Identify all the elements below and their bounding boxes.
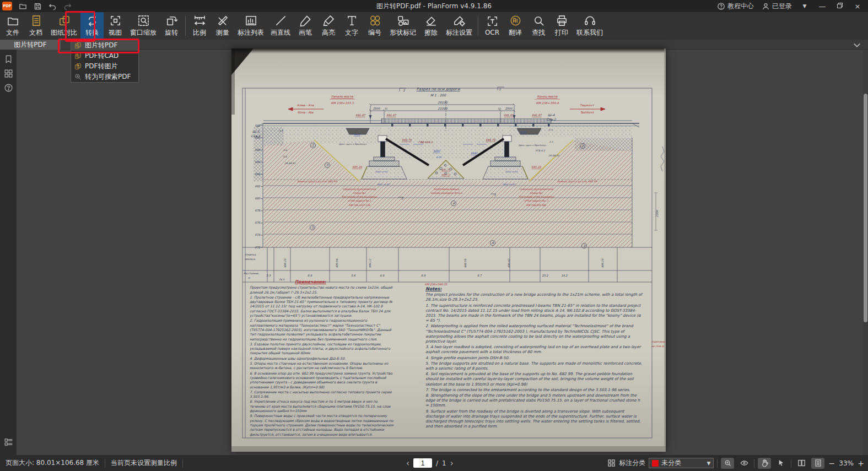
thumbnails-icon[interactable]	[4, 69, 13, 78]
page-number-input[interactable]	[413, 458, 432, 468]
menu-item-pdf-to-image[interactable]: PDF转图片	[71, 61, 138, 72]
drawing-text: 3400/ sin 65	[505, 171, 518, 173]
open-file-icon[interactable]	[19, 2, 27, 10]
circled-number-text: 4	[492, 241, 494, 245]
continuous-scroll-button[interactable]	[811, 458, 824, 469]
tutorial-center-button[interactable]: 教程中心	[717, 2, 754, 11]
circled-number-text: 3	[311, 226, 314, 229]
zoom-select-button[interactable]	[721, 458, 734, 469]
help-icon[interactable]	[4, 83, 13, 93]
note-paragraph-en: 5. The bridge supports are strutted on a…	[425, 361, 643, 371]
pdf-to-image-icon	[74, 63, 82, 70]
drawing-text: 690.12	[369, 258, 371, 268]
window-minimize-button[interactable]: —	[817, 2, 827, 10]
image-to-pdf-icon	[74, 42, 82, 49]
dropdown-caret-icon[interactable]: ▼	[800, 3, 810, 9]
scrollbar-thumb[interactable]	[864, 94, 867, 322]
note-paragraph-ru: 8. Укрепление откоса конуса под мостом и…	[250, 399, 394, 413]
toolbar-button-translate[interactable]: 翻译	[504, 12, 527, 40]
vertical-scrollbar[interactable]	[863, 50, 868, 455]
drawing-text: Ш-3	[252, 129, 260, 133]
toolbar-button-scale[interactable]: 比例	[188, 12, 211, 40]
document-viewer[interactable]: Разрез по оси дорогиМ 1 : 20026100250055…	[17, 50, 868, 455]
toolbar-button-rotate[interactable]: 旋转	[160, 12, 183, 40]
toolbar-button-search[interactable]: 查找	[527, 12, 550, 40]
facing-pages-button[interactable]	[795, 458, 808, 469]
window-restore-button[interactable]	[835, 2, 845, 10]
toolbar-button-print[interactable]: 打印	[550, 12, 573, 40]
drawing-text: 4000	[354, 133, 361, 136]
menu-item-image-to-pdf[interactable]: 图片转PDF	[71, 40, 138, 51]
drawing-text: 4.00	[436, 156, 442, 159]
drawing-text: 686.55	[464, 258, 467, 268]
window-close-button[interactable]: ×	[853, 2, 862, 10]
chevron-down-icon[interactable]	[853, 41, 861, 48]
toolbar-button-pen[interactable]: 画笔	[294, 12, 317, 40]
toolbar-button-contact[interactable]: 联系我们	[573, 12, 606, 40]
zoom-out-button[interactable]: −	[828, 459, 835, 468]
save-icon[interactable]	[34, 2, 42, 10]
drawing-text: 9600/ sin 65°	[503, 183, 516, 186]
drawing-text: опоры №1	[353, 192, 365, 194]
toolbar-button-shapes[interactable]: 形状标记	[386, 12, 419, 40]
drawing-text: 2	[403, 89, 405, 92]
undo-icon[interactable]	[48, 2, 57, 10]
note-paragraph-ru: 6. В основании опор до отм. 682.99 преду…	[250, 371, 394, 389]
toolbar-button-highlight[interactable]: 高亮	[317, 12, 340, 40]
prev-page-button[interactable]: ‹	[406, 458, 409, 468]
drawing-text: 2500	[505, 107, 513, 110]
toolbar-button-convert[interactable]: 转换	[80, 12, 104, 40]
tab-image-to-pdf[interactable]: 图片转PDF	[0, 40, 61, 50]
toolbar-button-text[interactable]: 文字	[340, 12, 363, 40]
toolbar-button-document[interactable]: 文档	[24, 12, 47, 40]
note-paragraph-en: 4. Single-profile expansion joints DSH-B…	[425, 356, 643, 361]
drawing-text: М 1 : 200	[430, 93, 446, 97]
toolbar-button-annotation-settings[interactable]: 标注设置	[443, 12, 476, 40]
account-button[interactable]: 已登录	[762, 2, 792, 11]
next-page-button[interactable]: ›	[450, 458, 454, 468]
drawing-text: 688.20	[284, 258, 287, 268]
drawing-text: Середина/ фундаментной	[343, 188, 377, 191]
toolbar-button-numbering[interactable]: 编号	[363, 12, 386, 40]
toolbar-button-label: 旋转	[165, 28, 178, 37]
toolbar-button-draw-line[interactable]: 画直线	[267, 12, 294, 40]
app-logo-icon: PDF	[2, 2, 12, 10]
page-total: 1	[442, 459, 446, 467]
toolbar-button-ocr[interactable]: OCR	[481, 12, 504, 40]
title-bar: PDF 图片转PDF.pdf - PlanForm v4.9.1.86 教程中心…	[0, 0, 868, 12]
annotation-list-panel-icon[interactable]	[4, 437, 13, 447]
drawing-text: of the support No. 2	[524, 199, 549, 202]
circled-number-text: 3	[583, 244, 585, 247]
category-select[interactable]: 未分类 ▼	[649, 458, 714, 468]
toolbar-button-view[interactable]: 视图	[104, 12, 127, 40]
hand-pan-button[interactable]	[758, 458, 771, 469]
bookmark-icon[interactable]	[4, 55, 13, 64]
drawing-text: Алма - Ата	[297, 104, 314, 107]
zoom-in-button[interactable]: +	[857, 459, 865, 468]
toolbar-button-folder[interactable]: 文件	[1, 12, 24, 40]
note-paragraph-en: 8. Strengthening of the slope of the con…	[425, 393, 643, 409]
toolbar-button-eraser[interactable]: 擦除	[419, 12, 443, 40]
drawing-text: 685.29	[531, 165, 541, 169]
status-bar: 页面大小: 80.01×106.68 厘米 当前页未设置测量比例 ‹ / 1 ›…	[0, 455, 868, 471]
redo-icon[interactable]	[63, 2, 72, 10]
drawing-text: The middle of the foundation	[519, 196, 554, 198]
elevation-label: 690	[255, 136, 260, 139]
toolbar-button-label: 标注列表	[238, 28, 264, 37]
toolbar-button-annotation-list[interactable]: 标注列表	[234, 12, 267, 40]
document-page[interactable]: Разрез по оси дорогиМ 1 : 20026100250055…	[231, 48, 666, 452]
view-mode-eye-button[interactable]	[737, 458, 751, 469]
scale-icon	[193, 14, 206, 27]
rotate-icon	[165, 14, 178, 27]
drawing-text: 5.0	[283, 155, 287, 158]
toolbar-button-measure[interactable]: 测量	[211, 12, 234, 40]
cursor-select-button[interactable]	[774, 458, 788, 469]
menu-item-searchable-pdf[interactable]: 转为可搜索PDF	[71, 72, 138, 82]
circled-number-text: 2	[581, 144, 584, 148]
menu-item-pdf-to-cad[interactable]: PDF转CAD	[71, 51, 138, 61]
elevation-label: 688	[255, 148, 260, 151]
drawing-text: Tashkent	[580, 111, 594, 114]
elevation-label: 676	[255, 221, 260, 224]
toolbar-button-compare[interactable]: 图纸对比	[47, 12, 80, 40]
toolbar-button-window-zoom[interactable]: 窗口缩放	[127, 12, 160, 40]
